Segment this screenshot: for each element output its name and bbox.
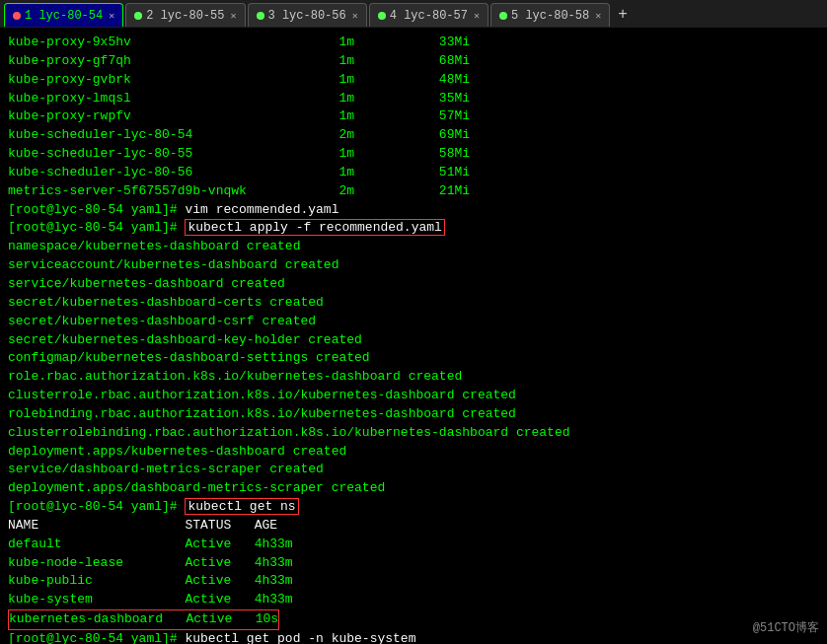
tab-dot-3 — [257, 12, 264, 20]
terminal-area: kube-proxy-9x5hv 1m 33Mi kube-proxy-gf7q… — [0, 28, 827, 644]
tab-dot-2 — [134, 12, 142, 20]
tab-close-2[interactable]: ✕ — [230, 10, 236, 22]
tab-label-4: 4 lyc-80-57 — [390, 9, 468, 23]
terminal-line: service/dashboard-metrics-scraper create… — [8, 461, 819, 479]
terminal-line: kube-scheduler-lyc-80-56 1m 51Mi — [8, 164, 819, 182]
terminal-line-header: NAME STATUS AGE — [8, 517, 819, 536]
tab-2[interactable]: 2 lyc-80-55 ✕ — [125, 3, 245, 27]
tab-dot-1 — [13, 12, 21, 20]
tab-close-4[interactable]: ✕ — [474, 10, 480, 22]
terminal-line: kube-public Active 4h33m — [8, 572, 819, 591]
terminal-line: kube-node-lease Active 4h33m — [8, 554, 819, 573]
terminal-line: kube-system Active 4h33m — [8, 591, 819, 609]
terminal-line: kube-proxy-9x5hv 1m 33Mi — [8, 34, 819, 52]
terminal-line: kube-proxy-rwpfv 1m 57Mi — [8, 107, 819, 126]
terminal-line: kube-scheduler-lyc-80-54 2m 69Mi — [8, 126, 819, 145]
terminal-line: secret/kubernetes-dashboard-csrf created — [8, 313, 819, 331]
terminal-line: metrics-server-5f67557d9b-vnqwk 2m 21Mi — [8, 182, 819, 201]
tab-label-1: 1 lyc-80-54 — [25, 9, 103, 23]
terminal-line-cmd: [root@lyc-80-54 yaml]# kubectl apply -f … — [8, 219, 819, 238]
tab-bar: 1 lyc-80-54 ✕ 2 lyc-80-55 ✕ 3 lyc-80-56 … — [0, 0, 827, 28]
terminal-line-last: [root@lyc-80-54 yaml]# kubectl get pod -… — [8, 630, 819, 644]
terminal-line: secret/kubernetes-dashboard-certs create… — [8, 294, 819, 313]
terminal-line: [root@lyc-80-54 yaml]# vim recommended.y… — [8, 201, 819, 220]
terminal-line: kube-scheduler-lyc-80-55 1m 58Mi — [8, 145, 819, 164]
terminal-line: serviceaccount/kubernetes-dashboard crea… — [8, 256, 819, 275]
terminal-line: role.rbac.authorization.k8s.io/kubernete… — [8, 368, 819, 387]
terminal-line-cmd2: [root@lyc-80-54 yaml]# kubectl get ns — [8, 498, 819, 517]
terminal-line: service/kubernetes-dashboard created — [8, 275, 819, 294]
terminal-line-highlight: kubernetes-dashboard Active 10s — [8, 609, 279, 630]
terminal-line: default Active 4h33m — [8, 536, 819, 554]
terminal-line: rolebinding.rbac.authorization.k8s.io/ku… — [8, 405, 819, 424]
tab-dot-5 — [499, 12, 507, 20]
terminal-line: configmap/kubernetes-dashboard-settings … — [8, 349, 819, 368]
terminal-line: clusterrole.rbac.authorization.k8s.io/ku… — [8, 387, 819, 405]
terminal-line: deployment.apps/kubernetes-dashboard cre… — [8, 443, 819, 462]
terminal-line: secret/kubernetes-dashboard-key-holder c… — [8, 331, 819, 350]
terminal-line: namespace/kubernetes-dashboard created — [8, 238, 819, 256]
tab-label-3: 3 lyc-80-56 — [268, 9, 346, 23]
tab-3[interactable]: 3 lyc-80-56 ✕ — [248, 3, 367, 27]
terminal-line: kube-proxy-lmqsl 1m 35Mi — [8, 90, 819, 108]
tab-close-3[interactable]: ✕ — [352, 10, 358, 22]
terminal-line: kube-proxy-gf7qh 1m 68Mi — [8, 52, 819, 71]
add-tab-button[interactable]: + — [612, 6, 634, 24]
tab-1[interactable]: 1 lyc-80-54 ✕ — [4, 3, 123, 27]
terminal-line: deployment.apps/dashboard-metrics-scrape… — [8, 479, 819, 498]
tab-close-1[interactable]: ✕ — [109, 10, 114, 22]
watermark: @51CTO博客 — [753, 619, 819, 636]
tab-5[interactable]: 5 lyc-80-58 ✕ — [490, 3, 610, 27]
tab-label-2: 2 lyc-80-55 — [146, 9, 224, 23]
tab-label-5: 5 lyc-80-58 — [511, 9, 589, 23]
tab-4[interactable]: 4 lyc-80-57 ✕ — [369, 3, 489, 27]
tab-dot-4 — [378, 12, 386, 20]
terminal-line: clusterrolebinding.rbac.authorization.k8… — [8, 424, 819, 443]
terminal-line: kube-proxy-gvbrk 1m 48Mi — [8, 71, 819, 90]
tab-close-5[interactable]: ✕ — [595, 10, 601, 22]
